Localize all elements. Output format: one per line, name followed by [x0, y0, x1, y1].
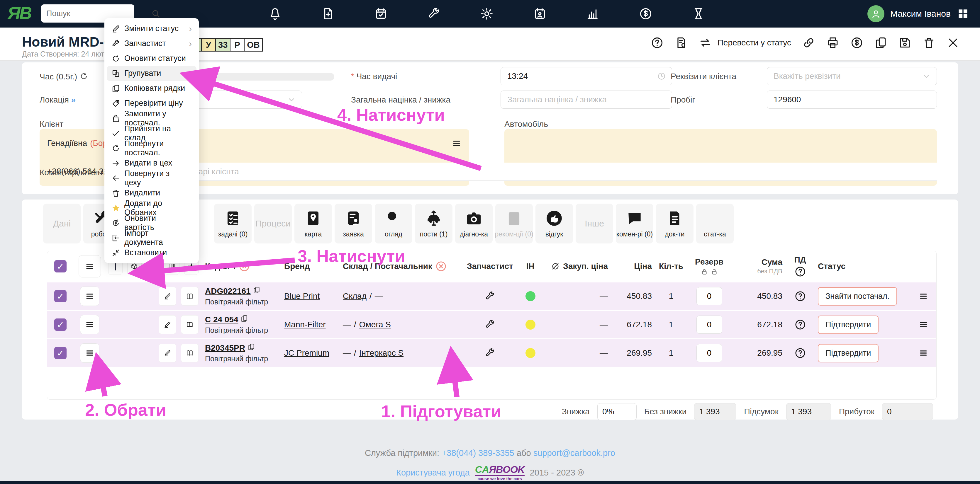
parts-wrench-icon[interactable] — [485, 319, 495, 330]
catalog-icon[interactable] — [181, 287, 199, 306]
col-vat[interactable]: ПД — [794, 255, 806, 265]
status-button[interactable]: Знайти постачал. — [818, 287, 897, 306]
quantity[interactable]: 1 — [669, 348, 674, 358]
menu-item[interactable]: Групувати — [107, 66, 196, 81]
user-area[interactable]: Максим Іванов — [867, 0, 969, 27]
col-price[interactable]: Ціна — [634, 262, 652, 271]
menu-item[interactable]: Видати в цех — [107, 156, 196, 170]
clients-icon[interactable] — [533, 7, 547, 21]
clear-code-filter-icon[interactable] — [239, 260, 250, 272]
catalog-icon[interactable] — [181, 344, 199, 362]
clear-supplier-filter-icon[interactable] — [435, 260, 447, 272]
reserve-input[interactable] — [697, 287, 722, 305]
quantity[interactable]: 1 — [669, 292, 674, 301]
col-reserve[interactable]: Резерв — [695, 257, 724, 267]
transfer-status-icon[interactable] — [699, 36, 712, 49]
tab[interactable]: карта — [294, 204, 332, 243]
row-more-icon[interactable] — [918, 291, 928, 301]
supplier-cell[interactable]: —/Омега S — [340, 320, 464, 329]
tab[interactable]: Процеси — [254, 204, 292, 243]
settings-icon[interactable] — [480, 7, 493, 21]
brand-link[interactable]: JC Premium — [284, 348, 329, 358]
lock-open-icon[interactable] — [711, 268, 718, 275]
tab[interactable]: Дані — [43, 204, 81, 243]
brand-link[interactable]: Mann-Filter — [284, 320, 326, 329]
location-expand-icon[interactable]: » — [71, 95, 76, 104]
menu-item[interactable]: Змінити статус › — [107, 21, 196, 36]
status-button[interactable]: Підтвердити — [818, 316, 878, 334]
edit-icon[interactable] — [159, 287, 176, 306]
workshop-icon[interactable] — [427, 7, 441, 21]
app-logo[interactable]: ЯВ — [8, 3, 31, 23]
delete-icon[interactable] — [923, 36, 935, 49]
support-phone-link[interactable]: +38(044) 389-3355 — [442, 448, 514, 458]
menu-item[interactable]: Замовити у постачал. — [107, 111, 196, 126]
part-code-link[interactable]: ADG022161 — [205, 287, 251, 296]
reserve-input[interactable] — [697, 344, 722, 362]
help-icon[interactable] — [651, 36, 663, 49]
history-icon[interactable] — [692, 7, 705, 21]
col-status[interactable]: Статус — [818, 262, 845, 271]
vat-help-icon[interactable] — [794, 266, 806, 278]
col-purchase[interactable]: Закуп. ціна — [563, 262, 608, 271]
menu-item[interactable]: Встановити — [107, 245, 196, 260]
close-icon[interactable] — [947, 36, 959, 49]
user-name[interactable]: Максим Іванов — [890, 9, 951, 19]
search-input[interactable] — [46, 9, 151, 19]
menu-item[interactable]: Запчастист › — [107, 36, 196, 51]
parts-wrench-icon[interactable] — [485, 291, 495, 302]
menu-item[interactable]: Повернути з цеху — [107, 170, 196, 186]
tab[interactable]: відгук — [535, 204, 573, 243]
tab[interactable]: діагно-ка — [455, 204, 493, 243]
menu-item[interactable]: Перевірити ціну — [107, 96, 196, 111]
menu-item[interactable]: Оновити вартість — [107, 215, 196, 230]
notifications-icon[interactable] — [268, 7, 282, 21]
copy-code-icon[interactable] — [248, 343, 255, 351]
mileage-input[interactable] — [767, 90, 937, 109]
parts-wrench-icon[interactable] — [485, 348, 495, 358]
quantity[interactable]: 1 — [669, 320, 674, 329]
comments-input[interactable] — [164, 163, 937, 181]
vat-row-help-icon[interactable] — [794, 290, 806, 302]
tab[interactable]: Інше — [576, 204, 613, 243]
row-checkbox[interactable]: ✓ — [54, 347, 67, 359]
issue-time-input[interactable] — [501, 67, 672, 85]
catalog-icon[interactable] — [181, 315, 199, 334]
part-code-link[interactable]: C 24 054 — [205, 315, 239, 324]
row-more-icon[interactable] — [918, 320, 928, 330]
col-parts[interactable]: Запчастист — [467, 262, 513, 271]
col-code[interactable]: Код З/Ч — [205, 262, 235, 271]
lock-icon[interactable] — [700, 268, 708, 275]
row-menu-button[interactable] — [80, 315, 99, 334]
tab[interactable]: комен-рі (0) — [616, 204, 653, 243]
edit-icon[interactable] — [159, 344, 176, 362]
col-in[interactable]: ІН — [527, 262, 535, 271]
user-agreement-link[interactable]: Користувача угода — [396, 468, 470, 478]
vat-row-help-icon[interactable] — [794, 319, 806, 330]
tab[interactable]: реком-ції (0) — [495, 204, 533, 243]
menu-item[interactable]: Видалити — [107, 186, 196, 200]
menu-item[interactable]: Додати до Обраних — [107, 200, 196, 215]
status-button[interactable]: Підтвердити — [818, 344, 878, 362]
apps-grid-icon[interactable] — [956, 7, 969, 20]
reports-icon[interactable] — [586, 7, 600, 21]
vat-row-help-icon[interactable] — [794, 347, 806, 359]
reserve-input[interactable] — [697, 316, 722, 334]
tab[interactable]: заявка — [334, 204, 372, 243]
tab[interactable]: задачі (0) — [214, 204, 251, 243]
support-email-link[interactable]: support@carbook.pro — [533, 448, 615, 458]
table-menu-button[interactable] — [79, 255, 101, 278]
search-icon[interactable] — [151, 8, 161, 19]
col-qty[interactable]: Кіл-ть — [659, 262, 683, 271]
row-more-icon[interactable] — [918, 348, 928, 358]
select-all-checkbox[interactable]: ✓ — [54, 260, 67, 273]
supplier-cell[interactable]: Склад/— — [340, 292, 464, 301]
row-menu-button[interactable] — [80, 343, 99, 363]
brand-link[interactable]: Blue Print — [284, 292, 320, 301]
menu-item[interactable]: Імпорт документа — [107, 230, 196, 245]
row-checkbox[interactable]: ✓ — [54, 319, 67, 331]
transfer-status-label[interactable]: Перевести у статус — [718, 38, 791, 48]
tab[interactable]: огляд — [375, 204, 412, 243]
duplicate-icon[interactable] — [875, 36, 887, 49]
save-icon[interactable] — [899, 36, 912, 49]
